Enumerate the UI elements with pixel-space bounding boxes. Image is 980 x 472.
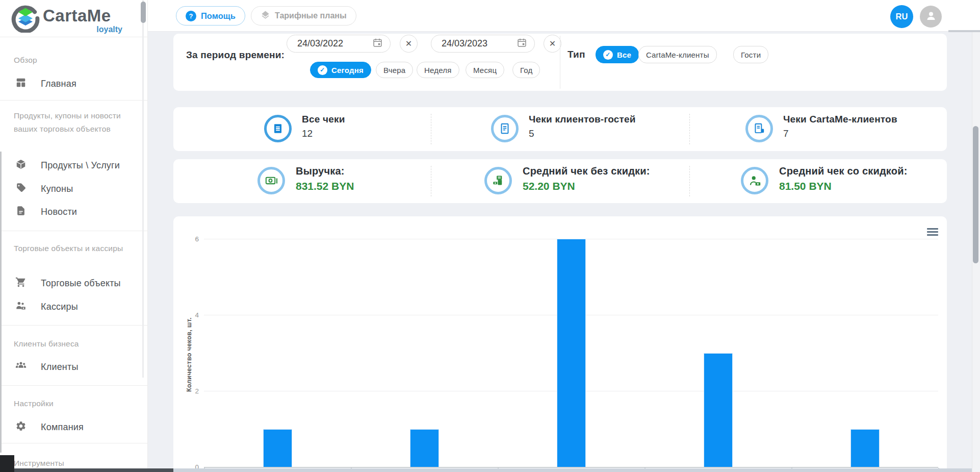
sidebar-section-tools: Инструменты (14, 457, 135, 470)
stat-label: Выручка: (296, 165, 354, 177)
quick-filter-today[interactable]: ✓ Сегодня (310, 62, 371, 78)
sidebar-item-products-services[interactable]: Продукты \ Услуги (15, 158, 138, 172)
sidebar-section-outlets: Торговые объекты и кассиры (14, 242, 135, 255)
tariff-plans-button[interactable]: Тарифные планы (251, 6, 356, 26)
divider (0, 231, 148, 231)
divider (689, 166, 690, 196)
receipt-outline-icon (491, 115, 519, 142)
check-icon: ✓ (318, 65, 327, 75)
chart-menu-icon[interactable] (927, 228, 938, 237)
type-filter-guests[interactable]: Гости (733, 46, 768, 63)
brand-logo[interactable] (11, 4, 40, 35)
sidebar-item-cashiers[interactable]: Кассиры (15, 300, 138, 314)
news-icon (15, 205, 27, 218)
stat-cartame-checks: Чеки CartaMe-клиентов 7 (783, 114, 897, 139)
date-from-value: 24/03/2022 (297, 38, 343, 49)
sidebar-item-label: Главная (41, 79, 76, 89)
cart-icon (15, 277, 27, 290)
sidebar-section-overview: Обзор (14, 54, 135, 67)
sidebar-item-outlets[interactable]: Торговые объекты (15, 276, 138, 290)
stat-value: 5 (529, 128, 636, 139)
checks-chart-card: Количество чеков, шт. 0246 (173, 216, 947, 472)
y-axis-tick-label: 2 (183, 387, 199, 395)
clients-icon (15, 360, 27, 374)
stat-label: Средний чек со скидкой: (779, 165, 908, 177)
stat-label: Все чеки (302, 114, 345, 125)
question-icon: ? (186, 11, 196, 21)
page-scrollbar-thumb[interactable] (973, 126, 978, 263)
bar[interactable] (850, 429, 880, 467)
date-to-input[interactable]: 24/03/2023 (431, 35, 535, 53)
language-badge[interactable]: RU (890, 5, 913, 28)
layers-icon (261, 10, 270, 22)
stat-value: 831.52 BYN (296, 180, 354, 192)
help-button-label: Помощь (201, 11, 236, 21)
chart-plot: 0246 (204, 240, 938, 468)
check-icon: ✓ (603, 50, 613, 60)
bar[interactable] (410, 429, 439, 467)
dashboard-icon (15, 77, 27, 90)
help-button[interactable]: ? Помощь (176, 6, 245, 26)
stat-label: Средний чек без скидки: (523, 165, 650, 177)
stat-value: 12 (302, 128, 345, 139)
date-from-input[interactable]: 24/03/2022 (287, 35, 391, 53)
sidebar-item-label: Кассиры (41, 302, 78, 312)
sidebar-item-coupons[interactable]: Купоны (15, 182, 138, 196)
cash-register-icon (484, 167, 512, 194)
sidebar-item-label: Купоны (41, 184, 73, 194)
banknote-icon (257, 167, 285, 194)
sidebar-item-clients[interactable]: Клиенты (15, 360, 138, 374)
stat-all-checks: Все чеки 12 (302, 114, 345, 139)
bottom-left-dark-corner (0, 455, 14, 472)
type-label: Тип (568, 49, 585, 60)
sidebar: CartaMe loyalty Обзор Главная Продукты, … (0, 0, 148, 472)
date-to-value: 24/03/2023 (442, 38, 487, 49)
close-icon: ✕ (549, 39, 556, 48)
receipt-filled-icon (264, 115, 292, 142)
stat-value: 81.50 BYN (779, 180, 908, 192)
tag-icon (15, 182, 27, 195)
checks-stats-card: Все чеки 12 Чеки клиентов-гостей 5 Чеки … (173, 107, 947, 151)
type-filter-all[interactable]: ✓ Все (596, 46, 639, 63)
sidebar-item-label: Клиенты (41, 362, 79, 372)
clear-date-from-button[interactable]: ✕ (400, 35, 418, 53)
sidebar-scrollbar-thumb[interactable] (141, 2, 146, 23)
sidebar-item-label: Компания (41, 422, 84, 433)
gear-icon (15, 420, 27, 434)
sidebar-item-news[interactable]: Новости (15, 205, 138, 219)
bar[interactable] (704, 353, 733, 467)
period-label: За период времени: (186, 49, 285, 61)
type-filter-cartame-clients[interactable]: CartaMe-клиенты (638, 46, 717, 63)
divider (689, 114, 690, 144)
quick-filter-yesterday[interactable]: Вчера (376, 62, 413, 78)
quick-filter-label: Сегодня (331, 66, 364, 74)
sidebar-item-company[interactable]: Компания (15, 420, 138, 434)
bar[interactable] (263, 429, 292, 467)
person-icon (925, 10, 937, 24)
divider (431, 114, 431, 144)
brand-name: CartaMe (43, 6, 111, 26)
sidebar-item-main[interactable]: Главная (15, 77, 138, 91)
stat-revenue: Выручка: 831.52 BYN (296, 165, 354, 192)
revenue-stats-card: Выручка: 831.52 BYN Средний чек без скид… (173, 159, 947, 203)
scrollbar-corner (948, 30, 980, 32)
quick-filter-week[interactable]: Неделя (417, 62, 459, 78)
divider (0, 385, 148, 386)
close-icon: ✕ (405, 39, 412, 48)
quick-filter-month[interactable]: Месяц (466, 62, 504, 78)
divider (0, 325, 148, 326)
stat-value: 52.20 BYN (523, 180, 650, 192)
avatar[interactable] (920, 6, 942, 28)
quick-filter-year[interactable]: Год (512, 62, 540, 78)
cashiers-icon (15, 300, 27, 313)
left-edge-line (0, 152, 2, 453)
y-axis-title: Количество чеков, шт. (186, 278, 193, 431)
type-filter-label: Все (617, 51, 631, 59)
clear-date-to-button[interactable]: ✕ (544, 35, 561, 53)
stat-label: Чеки клиентов-гостей (529, 114, 636, 125)
bar[interactable] (557, 239, 586, 467)
sidebar-scrollbar-track[interactable] (142, 0, 144, 378)
receipt-bookmark-icon (745, 115, 773, 142)
sidebar-item-label: Продукты \ Услуги (41, 160, 120, 171)
app-window: CartaMe loyalty Обзор Главная Продукты, … (0, 0, 980, 472)
